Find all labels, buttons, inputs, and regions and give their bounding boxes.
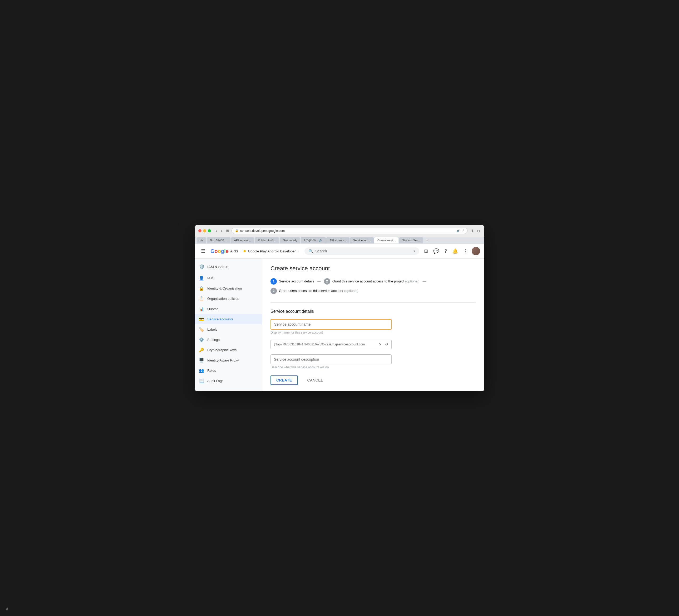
tab-6[interactable]: API access...: [326, 237, 350, 243]
more-options-button[interactable]: ⋮: [462, 247, 470, 255]
tab-7[interactable]: Service acc...: [350, 237, 374, 243]
tab-2[interactable]: API access...: [231, 237, 254, 243]
stepper: 1 Service account details — 2 Grant this…: [270, 278, 476, 294]
google-apis-logo: Google APIs: [211, 248, 238, 254]
step-2-circle: 2: [324, 278, 330, 284]
browser-tabs: de Bug 59400:... API access... Publish t…: [195, 237, 484, 244]
create-button[interactable]: CREATE: [270, 375, 298, 385]
sidebar-label-identity: Identity & Organisation: [207, 286, 242, 290]
toolbar-icons: ⬆ ⊡: [470, 228, 481, 234]
new-tab-button[interactable]: ⊡: [477, 228, 481, 234]
apps-icon-button[interactable]: ⊞: [422, 247, 429, 255]
add-tab-button[interactable]: +: [424, 237, 430, 244]
sidebar-item-iam[interactable]: 👤 IAM: [195, 273, 262, 283]
tab-8[interactable]: Create servi...: [374, 237, 398, 243]
sidebar-label-org-policies: Organisation policies: [207, 297, 239, 301]
chevron-down-icon: ▾: [297, 250, 299, 253]
sidebar-item-crypto-keys[interactable]: 🔑 Cryptographic keys: [195, 345, 262, 355]
sidebar-item-service-accounts[interactable]: 💳 Service accounts: [195, 314, 262, 324]
help-icon-button[interactable]: ?: [443, 247, 449, 255]
hamburger-menu[interactable]: ☰: [199, 246, 207, 256]
nav-buttons: ‹ ›: [215, 228, 223, 234]
service-account-name-input[interactable]: [270, 319, 392, 330]
section-title: Service account details: [270, 309, 476, 314]
clear-id-button[interactable]: ✕: [378, 341, 383, 347]
service-id-actions: ✕ ↺: [376, 341, 391, 347]
org-policies-icon: 📋: [199, 296, 204, 301]
sidebar-item-labels[interactable]: 🏷️ Labels: [195, 324, 262, 335]
tab-9[interactable]: Stores - Sm...: [399, 237, 423, 243]
iam-icon: 👤: [199, 276, 204, 281]
tab-4[interactable]: Grammarly: [280, 237, 300, 243]
title-bar: ‹ › ⊞ 🔒 console.developers.google.com 🔊 …: [195, 225, 484, 237]
sidebar-label-iap: Identity-Aware Proxy: [207, 358, 239, 362]
chat-icon-button[interactable]: 💬: [432, 247, 441, 255]
step-dash-1: —: [317, 279, 321, 283]
search-expand-icon: ▾: [414, 249, 415, 253]
address-bar: 🔒 console.developers.google.com 🔊 ↺: [231, 228, 467, 234]
sidebar-item-roles[interactable]: 👥 Roles: [195, 365, 262, 376]
sidebar-item-identity[interactable]: 🔒 Identity & Organisation: [195, 283, 262, 294]
labels-icon: 🏷️: [199, 327, 204, 332]
search-bar: 🔍 ▾: [304, 247, 419, 255]
service-account-id-input[interactable]: [271, 340, 376, 349]
sidebar-label-audit-logs: Audit Logs: [207, 379, 223, 383]
step-3-optional: (optional): [344, 289, 358, 293]
minimize-button[interactable]: [203, 229, 206, 233]
sidebar-label-quotas: Quotas: [207, 307, 218, 311]
tab-0[interactable]: de: [197, 237, 206, 243]
back-button[interactable]: ‹: [215, 228, 219, 234]
refresh-id-button[interactable]: ↺: [384, 341, 389, 347]
traffic-lights: [198, 229, 211, 233]
service-account-description-input[interactable]: [270, 355, 392, 364]
stepper-row-1: 1 Service account details — 2 Grant this…: [270, 278, 476, 284]
project-dot: [244, 250, 246, 252]
sidebar-header: 🛡️ IAM & admin: [195, 261, 262, 273]
description-field-hint: Describe what this service account will …: [270, 365, 476, 369]
sidebar-item-audit-logs[interactable]: 📃 Audit Logs: [195, 376, 262, 386]
step-1-label: Service account details: [279, 279, 314, 283]
notifications-icon-button[interactable]: 🔔: [451, 247, 460, 255]
step-2-label: Grant this service account access to the…: [332, 279, 420, 283]
sidebar-item-iap[interactable]: 🖥️ Identity-Aware Proxy: [195, 355, 262, 365]
cancel-button[interactable]: CANCEL: [302, 376, 328, 384]
app-layout: ☰ Google APIs Google Play Android Develo…: [195, 244, 484, 391]
search-input[interactable]: [315, 249, 411, 253]
name-field-hint: Display name for this service account: [270, 331, 476, 334]
service-account-description-field: Describe what this service account will …: [270, 355, 476, 369]
avatar[interactable]: [472, 247, 480, 255]
tab-1[interactable]: Bug 59400:...: [207, 237, 230, 243]
apis-label: APIs: [230, 249, 238, 253]
sidebar-label-iam: IAM: [207, 276, 213, 280]
step-1-number: 1: [273, 280, 275, 283]
sidebar-item-settings[interactable]: ⚙️ Settings: [195, 335, 262, 345]
content-area: Create service account 1 Service account…: [262, 259, 484, 391]
top-nav-right: ⊞ 💬 ? 🔔 ⋮: [422, 247, 480, 255]
identity-icon: 🔒: [199, 286, 204, 291]
action-buttons: CREATE CANCEL: [270, 375, 476, 385]
sidebar-label-crypto-keys: Cryptographic keys: [207, 348, 236, 352]
tab-3[interactable]: Publish to G...: [255, 237, 279, 243]
step-2-number: 2: [326, 280, 328, 283]
forward-button[interactable]: ›: [220, 228, 224, 234]
url-text: console.developers.google.com: [240, 229, 455, 233]
crypto-keys-icon: 🔑: [199, 347, 204, 352]
step-1-circle: 1: [270, 278, 277, 284]
main-area: 🛡️ IAM & admin 👤 IAM 🔒 Identity & Organi…: [195, 259, 484, 391]
project-selector[interactable]: Google Play Android Developer ▾: [241, 248, 301, 255]
share-button[interactable]: ⬆: [470, 228, 474, 234]
sidebar-item-quotas[interactable]: 📊 Quotas: [195, 304, 262, 314]
sidebar-label-settings: Settings: [207, 338, 220, 342]
tab-5[interactable]: Fragmen... 🔊: [301, 237, 326, 243]
sidebar-label-roles: Roles: [207, 369, 216, 373]
page-title: Create service account: [270, 265, 476, 272]
sidebar-item-org-policies[interactable]: 📋 Organisation policies: [195, 294, 262, 304]
tab-overview-button[interactable]: ⊞: [226, 229, 229, 233]
lock-icon: 🔒: [235, 229, 238, 233]
reload-icon: ↺: [462, 229, 464, 233]
close-button[interactable]: [198, 229, 201, 233]
step-3-number: 3: [273, 289, 275, 293]
maximize-button[interactable]: [208, 229, 211, 233]
sidebar: 🛡️ IAM & admin 👤 IAM 🔒 Identity & Organi…: [195, 259, 262, 391]
stepper-row-2: 3 Grant users access to this service acc…: [270, 288, 476, 294]
